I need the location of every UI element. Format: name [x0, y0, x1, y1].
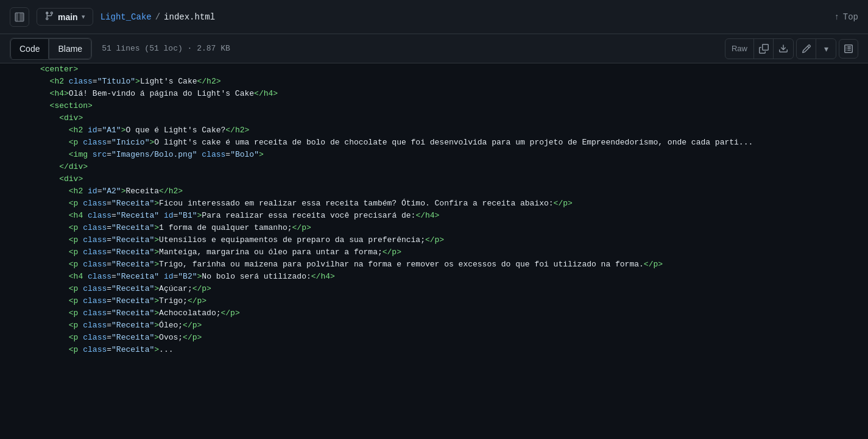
table-row: <h4 class="Receita" id="B1">Para realiza…	[0, 210, 868, 222]
branch-name-label: main	[58, 12, 78, 22]
branch-selector-button[interactable]: main ▾	[37, 8, 93, 26]
line-content: <h4 class="Receita" id="B2">No bolo será…	[30, 271, 868, 283]
line-number	[0, 198, 30, 210]
chevron-down-icon: ▾	[824, 44, 828, 54]
line-number	[0, 137, 30, 149]
line-content: <p class="Receita">Manteiga, margarina o…	[30, 246, 868, 259]
breadcrumb-file: index.html	[164, 12, 215, 22]
raw-copy-download-group: Raw	[725, 38, 794, 59]
line-content: <p class="Receita">Açúcar;</p>	[30, 283, 868, 295]
table-row: <div>	[0, 173, 868, 185]
table-row: <h4>Olá! Bem-vindo á página do Light's C…	[0, 88, 868, 100]
line-content: <div>	[30, 112, 868, 124]
line-number	[0, 234, 30, 246]
line-number	[0, 246, 30, 259]
tab-blame[interactable]: Blame	[49, 38, 91, 59]
line-content: <img src="Imagens/Bolo.png" class="Bolo"…	[30, 149, 868, 161]
table-row: <h2 id="A2">Receita</h2>	[0, 185, 868, 198]
branch-icon	[44, 11, 54, 23]
edit-more-group: ▾	[796, 38, 836, 59]
line-number	[0, 319, 30, 332]
tab-code[interactable]: Code	[10, 38, 49, 59]
table-row: <p class="Receita">Óleo;</p>	[0, 319, 868, 332]
chevron-down-icon: ▾	[82, 13, 85, 21]
line-number	[0, 259, 30, 271]
line-number	[0, 271, 30, 283]
table-row: <h4 class="Receita" id="B2">No bolo será…	[0, 271, 868, 283]
toolbar-actions: Raw ▾	[725, 38, 858, 59]
table-row: <p class="Receita">Açúcar;</p>	[0, 283, 868, 295]
table-row: <h2 class="Titulo">Light's Cake</h2>	[0, 76, 868, 88]
line-number	[0, 76, 30, 88]
line-content: <p class="Inicio">O light's cake é uma r…	[30, 137, 868, 149]
file-toolbar: Code Blame 51 lines (51 loc) · 2.87 KB R…	[0, 34, 868, 63]
line-content: <section>	[30, 100, 868, 112]
table-row: <p class="Receita">Utensílios e equipame…	[0, 234, 868, 246]
table-row: <p class="Receita">Manteiga, margarina o…	[0, 246, 868, 259]
panel-button[interactable]	[839, 39, 858, 59]
breadcrumb-repo-link[interactable]: Light_Cake	[101, 12, 152, 22]
code-table: <center> <h2 class="Titulo">Light's Cake…	[0, 63, 868, 356]
table-row: <p class="Receita">...	[0, 344, 868, 356]
line-content: <p class="Receita">Ficou interessado em …	[30, 198, 868, 210]
table-row: <p class="Receita">Trigo;</p>	[0, 295, 868, 307]
line-number	[0, 295, 30, 307]
table-row: <p class="Receita">1 forma de qualquer t…	[0, 222, 868, 234]
svg-rect-0	[15, 13, 18, 21]
line-content: <center>	[30, 63, 868, 76]
line-number	[0, 124, 30, 137]
code-area: <center> <h2 class="Titulo">Light's Cake…	[0, 63, 868, 439]
top-label: Top	[843, 12, 858, 22]
svg-rect-1	[19, 13, 24, 21]
line-number	[0, 283, 30, 295]
table-row: <img src="Imagens/Bolo.png" class="Bolo"…	[0, 149, 868, 161]
download-button[interactable]	[774, 39, 793, 59]
line-content: </div>	[30, 161, 868, 173]
line-content: <p class="Receita">Trigo, farinha ou mai…	[30, 259, 868, 271]
raw-button[interactable]: Raw	[725, 39, 754, 59]
line-content: <p class="Receita">1 forma de qualquer t…	[30, 222, 868, 234]
line-number	[0, 307, 30, 319]
top-arrow-icon: ↑	[834, 12, 839, 22]
line-number	[0, 344, 30, 356]
line-number	[0, 185, 30, 198]
line-content: <h4>Olá! Bem-vindo á página do Light's C…	[30, 88, 868, 100]
top-bar: main ▾ Light_Cake / index.html ↑ Top	[0, 0, 868, 34]
line-content: <h2 id="A1">O que é Light's Cake?</h2>	[30, 124, 868, 137]
line-content: <h2 class="Titulo">Light's Cake</h2>	[30, 76, 868, 88]
line-content: <p class="Receita">...	[30, 344, 868, 356]
line-number	[0, 222, 30, 234]
file-meta: 51 lines (51 loc) · 2.87 KB	[102, 44, 230, 53]
top-button[interactable]: ↑ Top	[834, 12, 858, 22]
line-content: <h4 class="Receita" id="B1">Para realiza…	[30, 210, 868, 222]
breadcrumb-separator: /	[155, 12, 160, 22]
table-row: <h2 id="A1">O que é Light's Cake?</h2>	[0, 124, 868, 137]
line-number	[0, 88, 30, 100]
table-row: <section>	[0, 100, 868, 112]
edit-button[interactable]	[797, 39, 816, 59]
table-row: <div>	[0, 112, 868, 124]
table-row: <p class="Receita">Ficou interessado em …	[0, 198, 868, 210]
line-number	[0, 149, 30, 161]
table-row: <p class="Receita">Achocolatado;</p>	[0, 307, 868, 319]
table-row: <center>	[0, 63, 868, 76]
sidebar-toggle-button[interactable]	[10, 7, 29, 27]
more-options-button[interactable]: ▾	[816, 39, 836, 59]
copy-button[interactable]	[754, 39, 774, 59]
line-number	[0, 173, 30, 185]
table-row: <p class="Receita">Ovos;</p>	[0, 332, 868, 344]
line-content: <p class="Receita">Utensílios e equipame…	[30, 234, 868, 246]
breadcrumb: Light_Cake / index.html	[101, 12, 215, 22]
line-number	[0, 161, 30, 173]
line-content: <p class="Receita">Trigo;</p>	[30, 295, 868, 307]
table-row: <p class="Receita">Trigo, farinha ou mai…	[0, 259, 868, 271]
table-row: <p class="Inicio">O light's cake é uma r…	[0, 137, 868, 149]
line-content: <p class="Receita">Ovos;</p>	[30, 332, 868, 344]
line-content: <p class="Receita">Óleo;</p>	[30, 319, 868, 332]
line-number	[0, 210, 30, 222]
line-number	[0, 112, 30, 124]
line-content: <p class="Receita">Achocolatado;</p>	[30, 307, 868, 319]
line-number	[0, 63, 30, 76]
line-content: <div>	[30, 173, 868, 185]
line-number	[0, 332, 30, 344]
